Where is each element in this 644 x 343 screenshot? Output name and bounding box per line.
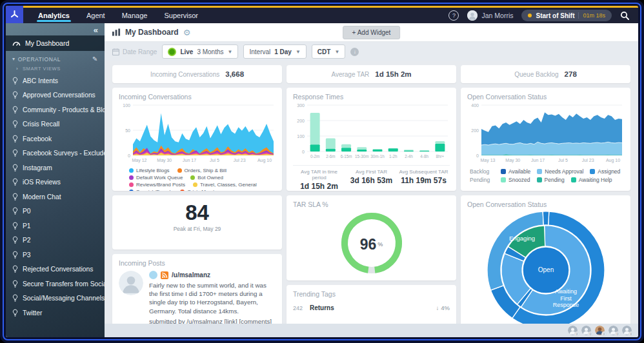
sidebar-item-p3[interactable]: P3: [6, 248, 105, 262]
main-area: My Dashboard ⚙ + Add Widget Date Range L…: [105, 23, 638, 337]
add-widget-button[interactable]: + Add Widget: [343, 26, 401, 39]
user-name: Jan Morris: [481, 12, 513, 19]
svg-text:May 13: May 13: [481, 158, 496, 163]
sidebar-item-label: Crisis Recall: [23, 121, 59, 128]
legend-swatch: [129, 175, 134, 180]
sidebar-item-ios-reviews[interactable]: iOS Reviews: [6, 175, 105, 190]
tar-sla-donut: 96%: [336, 210, 407, 279]
trending-tag-row[interactable]: 242Returns↓4%: [293, 304, 450, 311]
sidebar-item-p2[interactable]: P2: [6, 233, 105, 248]
agent-avatar[interactable]: 0: [581, 326, 591, 335]
response-stat: Avg Subsequent TAR11h 19m 57s: [397, 169, 450, 191]
interval-value: 1 Day: [274, 48, 292, 55]
agent-badge: 0: [588, 331, 593, 337]
top-navbar: AnalyticsAgentManageSupervisor ? Jan Mor…: [6, 6, 638, 23]
tab-analytics[interactable]: Analytics: [37, 9, 71, 22]
sidebar-item-crisis-recall[interactable]: Crisis Recall: [6, 117, 105, 132]
svg-text:400: 400: [471, 103, 479, 108]
tag-count: 242: [293, 305, 310, 311]
bar-chart-icon: [112, 28, 121, 36]
svg-text:Jul 5: Jul 5: [558, 158, 568, 162]
sidebar-section-operational[interactable]: ▾ OPERATIONAL ✎: [6, 51, 105, 64]
legend-swatch: [190, 175, 195, 180]
sidebar-item-twitter[interactable]: Twitter: [6, 306, 105, 320]
svg-text:Open: Open: [538, 266, 553, 273]
tab-agent[interactable]: Agent: [85, 9, 106, 22]
shift-timer: 01m 18s: [578, 12, 605, 19]
kpi-card-incoming-conversations[interactable]: Incoming Conversations3,668: [112, 65, 282, 83]
interval-dropdown[interactable]: Interval 1 Day ▼: [243, 44, 306, 59]
sidebar-item-my-dashboard[interactable]: My Dashboard: [6, 35, 105, 51]
widget-title: Trending Tags: [293, 290, 450, 298]
kpi-card-queue-backlog[interactable]: Queue Backlog278: [461, 65, 630, 83]
lightbulb-icon: [12, 135, 18, 143]
tab-manage[interactable]: Manage: [121, 9, 149, 22]
agent-avatar[interactable]: 0: [595, 326, 605, 335]
sidebar-item-p1[interactable]: P1: [6, 219, 105, 233]
timezone-dropdown[interactable]: CDT ▼: [312, 44, 345, 59]
kpi-label: Average TAR: [331, 71, 369, 78]
agent-badge: 0: [615, 331, 620, 337]
tag-change: ↓4%: [436, 304, 450, 311]
lightbulb-icon: [12, 106, 18, 114]
dashboard-content: Incoming Conversations3,668Average TAR1d…: [105, 61, 638, 324]
sidebar-item-abc-intents[interactable]: ABC Intents: [6, 74, 105, 88]
legend-row: BacklogAvailableNeeds ApprovalAssigned: [470, 168, 624, 175]
sidebar-item-community-products-blogs[interactable]: Community - Products & Blogs: [6, 103, 105, 117]
post-body: Fairly new to the summit world, and it w…: [149, 281, 276, 315]
lightbulb-icon: [12, 178, 18, 186]
legend-item: Travel, Classes, General: [193, 182, 257, 188]
svg-text:0-2m: 0-2m: [310, 154, 319, 159]
response-stat-label: Avg TAR in time period: [293, 169, 345, 181]
legend-item: Pending: [537, 177, 565, 183]
widget-title: Incoming Conversations: [119, 93, 276, 101]
search-icon[interactable]: [620, 11, 629, 20]
sidebar-subsection-smart-views[interactable]: › SMART VIEWS: [6, 64, 105, 74]
sidebar: « My Dashboard ▾ OPERATIONAL ✎ › SMART V…: [6, 23, 105, 337]
tag-name: Returns: [310, 304, 334, 311]
sidebar-item-social-messaging-channels[interactable]: Social/Messaging Channels: [6, 291, 105, 306]
date-range-control[interactable]: Date Range: [112, 48, 157, 55]
help-icon[interactable]: ?: [448, 10, 459, 21]
response-stat: Avg TAR in time period1d 15h 2m: [293, 169, 345, 191]
calendar-icon: [112, 48, 119, 55]
agent-avatar[interactable]: 0: [568, 326, 578, 335]
legend-swatch: [590, 169, 595, 174]
svg-text:Jun 17: Jun 17: [531, 158, 545, 162]
post-username[interactable]: /u/msalmanz: [172, 271, 210, 279]
window-frame: AnalyticsAgentManageSupervisor ? Jan Mor…: [0, 0, 644, 343]
sidebar-item-p0[interactable]: P0: [6, 204, 105, 219]
sidebar-collapse-icon[interactable]: «: [94, 25, 98, 35]
sidebar-item-secure-transfers-from-social[interactable]: Secure Transfers from Social: [6, 277, 105, 291]
response-stat-value: 1d 15h 2m: [293, 182, 345, 191]
open-status-sunburst-chart[interactable]: OpenEngagingAwaitingFirstResponse: [467, 210, 624, 324]
user-menu[interactable]: Jan Morris: [467, 10, 513, 21]
legend-item: Orders, Ship & Bill: [177, 168, 226, 173]
download-icon[interactable]: ↓: [350, 48, 359, 56]
lightbulb-icon: [12, 222, 18, 230]
sidebar-item-approved-conversations[interactable]: Approved Conversations: [6, 88, 105, 103]
avatar: [467, 10, 478, 21]
lightbulb-icon: [12, 77, 18, 85]
agent-avatar[interactable]: 0: [609, 326, 618, 335]
brand-logo[interactable]: [6, 6, 23, 23]
svg-text:Aug 10: Aug 10: [257, 158, 272, 163]
legend-swatch: [193, 182, 197, 187]
sidebar-item-rejected-conversations[interactable]: Rejected Conversations: [6, 262, 105, 277]
sidebar-item-modern-chat[interactable]: Modern Chat: [6, 190, 105, 204]
gear-icon[interactable]: ⚙: [183, 28, 191, 37]
open-status-chart: 0200400May 13May 30Jun 17Jul 5Jul 23Aug …: [467, 102, 624, 166]
tab-supervisor[interactable]: Supervisor: [163, 9, 199, 22]
timezone-value: CDT: [317, 48, 331, 55]
agent-avatar[interactable]: 0: [622, 326, 632, 335]
kpi-card-average-tar[interactable]: Average TAR1d 15h 2m: [287, 65, 456, 83]
sidebar-item-instagram[interactable]: Instagram: [6, 161, 105, 175]
sidebar-item-facebook[interactable]: Facebook: [6, 132, 105, 146]
shift-button[interactable]: Start of Shift 01m 18s: [521, 10, 612, 21]
svg-text:8hr+: 8hr+: [436, 154, 444, 159]
live-range-dropdown[interactable]: Live 3 Months ▼: [162, 44, 238, 59]
sidebar-item-facebook-surveys-exclude-s-[interactable]: Facebook Surveys - Exclude S...: [6, 146, 105, 161]
chevron-down-icon: ▼: [228, 49, 233, 55]
edit-pencil-icon[interactable]: ✎: [92, 55, 98, 63]
post-item[interactable]: /u/msalmanz Fairly new to the summit wor…: [119, 271, 276, 324]
